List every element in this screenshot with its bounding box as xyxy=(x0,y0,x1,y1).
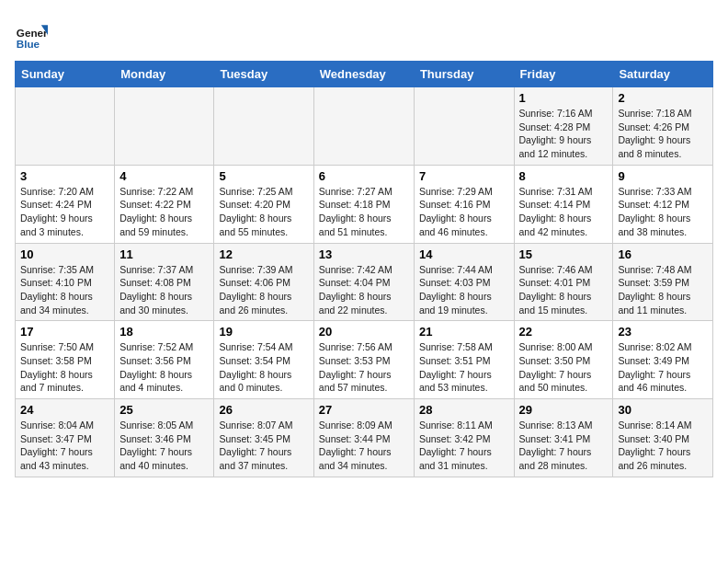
day-number: 30 xyxy=(618,403,708,417)
day-cell: 22Sunrise: 8:00 AM Sunset: 3:50 PM Dayli… xyxy=(514,321,613,399)
day-number: 11 xyxy=(119,247,209,261)
day-number: 21 xyxy=(419,325,509,339)
day-number: 7 xyxy=(419,169,509,183)
week-row-4: 17Sunrise: 7:50 AM Sunset: 3:58 PM Dayli… xyxy=(16,321,713,399)
day-cell: 10Sunrise: 7:35 AM Sunset: 4:10 PM Dayli… xyxy=(16,243,115,321)
day-number: 3 xyxy=(20,169,109,183)
day-cell: 30Sunrise: 8:14 AM Sunset: 3:40 PM Dayli… xyxy=(613,399,713,477)
day-info: Sunrise: 7:33 AM Sunset: 4:12 PM Dayligh… xyxy=(618,185,708,239)
day-number: 8 xyxy=(519,169,609,183)
day-cell: 5Sunrise: 7:25 AM Sunset: 4:20 PM Daylig… xyxy=(214,165,313,243)
day-info: Sunrise: 7:25 AM Sunset: 4:20 PM Dayligh… xyxy=(219,185,308,239)
week-row-2: 3Sunrise: 7:20 AM Sunset: 4:24 PM Daylig… xyxy=(16,165,713,243)
day-cell: 4Sunrise: 7:22 AM Sunset: 4:22 PM Daylig… xyxy=(115,165,214,243)
day-number: 12 xyxy=(219,247,308,261)
day-info: Sunrise: 8:00 AM Sunset: 3:50 PM Dayligh… xyxy=(519,340,609,395)
day-cell: 13Sunrise: 7:42 AM Sunset: 4:04 PM Dayli… xyxy=(313,243,414,321)
day-info: Sunrise: 8:11 AM Sunset: 3:42 PM Dayligh… xyxy=(419,419,509,473)
day-info: Sunrise: 7:37 AM Sunset: 4:08 PM Dayligh… xyxy=(119,263,209,317)
day-cell xyxy=(313,87,414,166)
day-info: Sunrise: 7:42 AM Sunset: 4:04 PM Dayligh… xyxy=(319,263,409,317)
day-info: Sunrise: 8:04 AM Sunset: 3:47 PM Dayligh… xyxy=(20,419,109,473)
day-info: Sunrise: 8:05 AM Sunset: 3:46 PM Dayligh… xyxy=(119,419,209,473)
weekday-header-friday: Friday xyxy=(514,62,613,87)
day-info: Sunrise: 7:31 AM Sunset: 4:14 PM Dayligh… xyxy=(519,185,609,239)
day-info: Sunrise: 7:27 AM Sunset: 4:18 PM Dayligh… xyxy=(319,185,409,239)
day-info: Sunrise: 8:09 AM Sunset: 3:44 PM Dayligh… xyxy=(319,419,409,473)
day-info: Sunrise: 7:44 AM Sunset: 4:03 PM Dayligh… xyxy=(419,263,509,317)
day-number: 18 xyxy=(119,325,209,339)
day-number: 13 xyxy=(319,247,409,261)
week-row-3: 10Sunrise: 7:35 AM Sunset: 4:10 PM Dayli… xyxy=(16,243,713,321)
day-cell xyxy=(214,87,313,166)
day-number: 22 xyxy=(519,325,609,339)
day-number: 23 xyxy=(618,325,708,339)
day-number: 26 xyxy=(219,403,308,417)
day-number: 1 xyxy=(519,91,609,105)
day-info: Sunrise: 7:35 AM Sunset: 4:10 PM Dayligh… xyxy=(20,263,109,317)
day-number: 15 xyxy=(519,247,609,261)
day-number: 4 xyxy=(119,169,209,183)
day-info: Sunrise: 7:16 AM Sunset: 4:28 PM Dayligh… xyxy=(519,107,609,161)
day-number: 20 xyxy=(319,325,409,339)
day-cell: 16Sunrise: 7:48 AM Sunset: 3:59 PM Dayli… xyxy=(613,243,713,321)
day-cell: 29Sunrise: 8:13 AM Sunset: 3:41 PM Dayli… xyxy=(514,399,613,477)
day-info: Sunrise: 7:52 AM Sunset: 3:56 PM Dayligh… xyxy=(119,340,209,395)
day-number: 29 xyxy=(519,403,609,417)
weekday-header-tuesday: Tuesday xyxy=(214,62,313,87)
week-row-1: 1Sunrise: 7:16 AM Sunset: 4:28 PM Daylig… xyxy=(16,87,713,166)
day-cell xyxy=(115,87,214,166)
day-cell: 3Sunrise: 7:20 AM Sunset: 4:24 PM Daylig… xyxy=(16,165,115,243)
day-number: 27 xyxy=(319,403,409,417)
day-cell: 28Sunrise: 8:11 AM Sunset: 3:42 PM Dayli… xyxy=(414,399,514,477)
day-cell: 9Sunrise: 7:33 AM Sunset: 4:12 PM Daylig… xyxy=(613,165,713,243)
day-cell: 12Sunrise: 7:39 AM Sunset: 4:06 PM Dayli… xyxy=(214,243,313,321)
day-number: 25 xyxy=(119,403,209,417)
day-cell: 2Sunrise: 7:18 AM Sunset: 4:26 PM Daylig… xyxy=(613,87,713,166)
day-info: Sunrise: 7:46 AM Sunset: 4:01 PM Dayligh… xyxy=(519,263,609,317)
day-cell: 11Sunrise: 7:37 AM Sunset: 4:08 PM Dayli… xyxy=(115,243,214,321)
day-number: 24 xyxy=(20,403,109,417)
day-cell: 6Sunrise: 7:27 AM Sunset: 4:18 PM Daylig… xyxy=(313,165,414,243)
day-info: Sunrise: 7:54 AM Sunset: 3:54 PM Dayligh… xyxy=(219,340,308,395)
day-number: 2 xyxy=(618,91,708,105)
page-header: General Blue xyxy=(15,15,713,52)
day-info: Sunrise: 8:07 AM Sunset: 3:45 PM Dayligh… xyxy=(219,419,308,473)
day-number: 6 xyxy=(319,169,409,183)
day-info: Sunrise: 7:39 AM Sunset: 4:06 PM Dayligh… xyxy=(219,263,308,317)
day-cell: 8Sunrise: 7:31 AM Sunset: 4:14 PM Daylig… xyxy=(514,165,613,243)
week-row-5: 24Sunrise: 8:04 AM Sunset: 3:47 PM Dayli… xyxy=(16,399,713,477)
day-cell: 23Sunrise: 8:02 AM Sunset: 3:49 PM Dayli… xyxy=(613,321,713,399)
day-info: Sunrise: 7:58 AM Sunset: 3:51 PM Dayligh… xyxy=(419,340,509,395)
day-number: 14 xyxy=(419,247,509,261)
day-info: Sunrise: 7:29 AM Sunset: 4:16 PM Dayligh… xyxy=(419,185,509,239)
day-number: 19 xyxy=(219,325,308,339)
day-number: 28 xyxy=(419,403,509,417)
day-cell: 27Sunrise: 8:09 AM Sunset: 3:44 PM Dayli… xyxy=(313,399,414,477)
day-number: 17 xyxy=(20,325,109,339)
calendar-table: SundayMondayTuesdayWednesdayThursdayFrid… xyxy=(15,61,713,477)
weekday-header-saturday: Saturday xyxy=(613,62,713,87)
day-number: 5 xyxy=(219,169,308,183)
day-info: Sunrise: 7:18 AM Sunset: 4:26 PM Dayligh… xyxy=(618,107,708,161)
day-cell: 14Sunrise: 7:44 AM Sunset: 4:03 PM Dayli… xyxy=(414,243,514,321)
day-info: Sunrise: 8:02 AM Sunset: 3:49 PM Dayligh… xyxy=(618,340,708,395)
day-info: Sunrise: 7:48 AM Sunset: 3:59 PM Dayligh… xyxy=(618,263,708,317)
weekday-header-thursday: Thursday xyxy=(414,62,514,87)
day-info: Sunrise: 7:56 AM Sunset: 3:53 PM Dayligh… xyxy=(319,340,409,395)
day-cell: 24Sunrise: 8:04 AM Sunset: 3:47 PM Dayli… xyxy=(16,399,115,477)
weekday-header-monday: Monday xyxy=(115,62,214,87)
day-cell xyxy=(16,87,115,166)
weekday-header-sunday: Sunday xyxy=(16,62,115,87)
day-number: 16 xyxy=(618,247,708,261)
weekday-header-row: SundayMondayTuesdayWednesdayThursdayFrid… xyxy=(16,62,713,87)
day-info: Sunrise: 7:50 AM Sunset: 3:58 PM Dayligh… xyxy=(20,340,109,395)
day-cell xyxy=(414,87,514,166)
day-cell: 15Sunrise: 7:46 AM Sunset: 4:01 PM Dayli… xyxy=(514,243,613,321)
day-cell: 17Sunrise: 7:50 AM Sunset: 3:58 PM Dayli… xyxy=(16,321,115,399)
day-cell: 19Sunrise: 7:54 AM Sunset: 3:54 PM Dayli… xyxy=(214,321,313,399)
day-number: 9 xyxy=(618,169,708,183)
day-cell: 20Sunrise: 7:56 AM Sunset: 3:53 PM Dayli… xyxy=(313,321,414,399)
svg-text:Blue: Blue xyxy=(17,38,40,50)
day-number: 10 xyxy=(20,247,109,261)
